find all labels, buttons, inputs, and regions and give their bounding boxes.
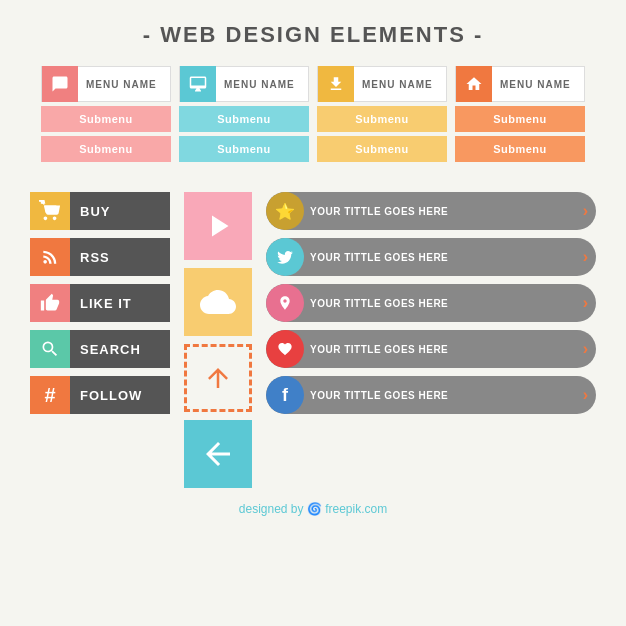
cart-icon [30, 192, 70, 230]
location-icon [266, 284, 304, 322]
nav-submenu-2a[interactable]: Submenu [179, 106, 309, 132]
like-button[interactable]: LIKE IT [30, 284, 170, 322]
page-title: - WEB DESIGN ELEMENTS - [0, 0, 626, 66]
footer-icon: 🌀 [307, 502, 322, 516]
buy-button[interactable]: BUY [30, 192, 170, 230]
chevron-icon-4: › [583, 340, 588, 358]
like-label: LIKE IT [70, 284, 170, 322]
nav-icon-monitor [180, 66, 216, 102]
rss-button[interactable]: RSS [30, 238, 170, 276]
page-wrapper: - WEB DESIGN ELEMENTS - MENU NAME Submen… [0, 0, 626, 516]
nav-group-1: MENU NAME Submenu Submenu [41, 66, 171, 162]
middle-arrows [182, 192, 254, 488]
nav-submenu-3a[interactable]: Submenu [317, 106, 447, 132]
follow-label: FOLLOW [70, 376, 170, 414]
footer: designed by 🌀 freepik.com [0, 488, 626, 516]
nav-section: MENU NAME Submenu Submenu MENU NAME Subm… [0, 66, 626, 182]
follow-button[interactable]: # FOLLOW [30, 376, 170, 414]
nav-submenu-3b[interactable]: Submenu [317, 136, 447, 162]
social-btn-4[interactable]: YOUR TITTLE GOES HERE › [266, 330, 596, 368]
star-icon: ⭐ [266, 192, 304, 230]
nav-label-4: MENU NAME [492, 79, 571, 90]
chevron-icon-3: › [583, 294, 588, 312]
left-arrow-box[interactable] [184, 420, 252, 488]
social-label-1: YOUR TITTLE GOES HERE [310, 206, 583, 217]
social-label-3: YOUR TITTLE GOES HERE [310, 298, 583, 309]
social-btn-1[interactable]: ⭐ YOUR TITTLE GOES HERE › [266, 192, 596, 230]
thumbsup-icon [30, 284, 70, 322]
nav-icon-chat [42, 66, 78, 102]
buy-label: BUY [70, 192, 170, 230]
social-label-4: YOUR TITTLE GOES HERE [310, 344, 583, 355]
chevron-icon-2: › [583, 248, 588, 266]
facebook-icon: f [266, 376, 304, 414]
nav-submenu-2b[interactable]: Submenu [179, 136, 309, 162]
nav-submenu-1a[interactable]: Submenu [41, 106, 171, 132]
social-label-5: YOUR TITTLE GOES HERE [310, 390, 583, 401]
cloud-arrow-box[interactable] [184, 268, 252, 336]
nav-submenu-4a[interactable]: Submenu [455, 106, 585, 132]
nav-submenu-1b[interactable]: Submenu [41, 136, 171, 162]
search-icon [30, 330, 70, 368]
nav-header-3[interactable]: MENU NAME [317, 66, 447, 102]
chevron-icon-1: › [583, 202, 588, 220]
nav-submenu-4b[interactable]: Submenu [455, 136, 585, 162]
search-button[interactable]: SEARCH [30, 330, 170, 368]
search-label: SEARCH [70, 330, 170, 368]
nav-icon-download [318, 66, 354, 102]
nav-header-2[interactable]: MENU NAME [179, 66, 309, 102]
social-btn-3[interactable]: YOUR TITTLE GOES HERE › [266, 284, 596, 322]
nav-group-3: MENU NAME Submenu Submenu [317, 66, 447, 162]
nav-icon-home [456, 66, 492, 102]
svg-point-0 [43, 260, 47, 264]
right-social-buttons: ⭐ YOUR TITTLE GOES HERE › YOUR TITTLE GO… [266, 192, 596, 488]
social-label-2: YOUR TITTLE GOES HERE [310, 252, 583, 263]
social-btn-5[interactable]: f YOUR TITTLE GOES HERE › [266, 376, 596, 414]
rss-label: RSS [70, 238, 170, 276]
nav-label-3: MENU NAME [354, 79, 433, 90]
bottom-section: BUY RSS LIKE IT SEARCH [0, 182, 626, 488]
nav-group-4: MENU NAME Submenu Submenu [455, 66, 585, 162]
twitter-icon [266, 238, 304, 276]
chevron-icon-5: › [583, 386, 588, 404]
nav-label-2: MENU NAME [216, 79, 295, 90]
nav-header-4[interactable]: MENU NAME [455, 66, 585, 102]
footer-text: designed by [239, 502, 307, 516]
social-btn-2[interactable]: YOUR TITTLE GOES HERE › [266, 238, 596, 276]
nav-group-2: MENU NAME Submenu Submenu [179, 66, 309, 162]
left-buttons: BUY RSS LIKE IT SEARCH [30, 192, 170, 488]
nav-label-1: MENU NAME [78, 79, 157, 90]
hashtag-icon: # [30, 376, 70, 414]
heart-icon [266, 330, 304, 368]
nav-header-1[interactable]: MENU NAME [41, 66, 171, 102]
rss-icon [30, 238, 70, 276]
right-arrow-box[interactable] [184, 192, 252, 260]
dotted-arrow-box[interactable] [184, 344, 252, 412]
footer-brand: freepik.com [325, 502, 387, 516]
